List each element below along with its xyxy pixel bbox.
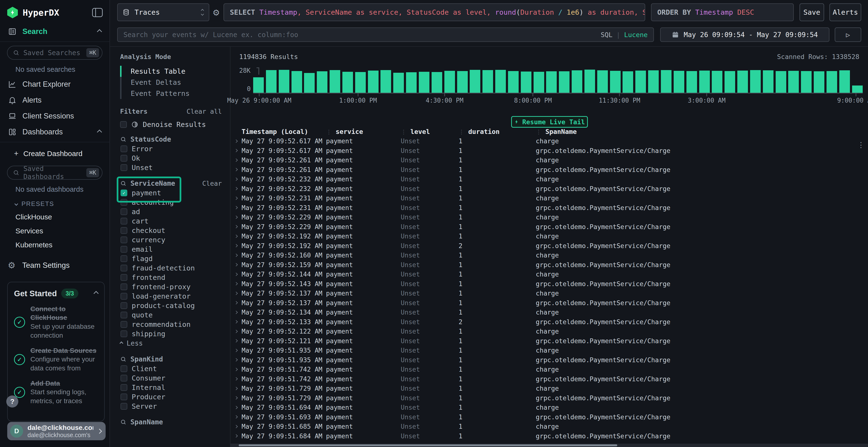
checkbox[interactable]: [121, 293, 127, 300]
filter-option-consumer[interactable]: Consumer: [120, 373, 226, 383]
row-expander[interactable]: [230, 425, 242, 428]
team-settings-button[interactable]: ⚙ Team Settings: [0, 252, 110, 273]
presets-toggle[interactable]: PRESETS: [0, 196, 110, 210]
row-expander[interactable]: [230, 264, 242, 266]
language-toggle-lucene[interactable]: Lucene: [624, 31, 648, 38]
table-row[interactable]: May 27 9:09:52.143 AMpaymentUnset1grpc.o…: [230, 279, 868, 289]
row-expander[interactable]: [230, 340, 242, 342]
table-row[interactable]: May 27 9:09:52.617 AMpaymentUnset1grpc.o…: [230, 146, 868, 156]
denoise-results-option[interactable]: Denoise Results: [120, 121, 226, 128]
checkbox[interactable]: ✓: [121, 190, 127, 196]
checkbox[interactable]: [121, 365, 127, 372]
row-expander[interactable]: [230, 235, 242, 238]
row-expander[interactable]: [230, 159, 242, 161]
filter-option-recommendation[interactable]: recommendation: [120, 319, 226, 329]
column-drag-handle-icon[interactable]: ⋮: [536, 129, 541, 135]
table-row[interactable]: May 27 9:09:52.261 AMpaymentUnset1charge: [230, 156, 868, 165]
filter-option-product-catalog[interactable]: product-catalog: [120, 301, 226, 310]
get-started-header[interactable]: Get Started 3/3: [14, 288, 98, 299]
table-row[interactable]: May 27 9:09:52.231 AMpaymentUnset1charge: [230, 194, 868, 203]
table-row[interactable]: May 27 9:09:51.935 AMpaymentUnset1charge: [230, 346, 868, 355]
source-selector[interactable]: Traces: [117, 3, 209, 21]
row-expander[interactable]: [230, 435, 242, 437]
row-expander[interactable]: [230, 178, 242, 180]
table-row[interactable]: May 27 9:09:51.685 AMpaymentUnset1charge: [230, 422, 868, 431]
table-row[interactable]: May 27 9:09:52.229 AMpaymentUnset1grpc.o…: [230, 222, 868, 232]
filter-option-unset[interactable]: Unset: [120, 163, 226, 172]
get-started-step[interactable]: ✓Add DataStart sending logs, metrics, or…: [14, 379, 98, 406]
column-header-timestamp-local-[interactable]: Timestamp (Local): [242, 128, 326, 135]
lucene-search-input[interactable]: Search your events w/ Lucene ex. column:…: [117, 28, 654, 42]
checkbox[interactable]: [121, 302, 127, 309]
checkbox[interactable]: [121, 208, 127, 215]
saved-dashboards-input[interactable]: Saved Dashboards ⌘K: [7, 166, 102, 180]
table-row[interactable]: May 27 9:09:51.729 AMpaymentUnset1grpc.o…: [230, 393, 868, 403]
checkbox[interactable]: [121, 403, 127, 410]
table-row[interactable]: May 27 9:09:52.159 AMpaymentUnset1grpc.o…: [230, 260, 868, 270]
checkbox[interactable]: [121, 164, 127, 171]
save-button[interactable]: Save: [800, 3, 824, 21]
table-row[interactable]: May 27 9:09:51.742 AMpaymentUnset1charge: [230, 365, 868, 374]
sidebar-item-dashboards[interactable]: Dashboards: [0, 124, 110, 140]
get-started-step[interactable]: ✓Create Data SourcesConfigure where your…: [14, 346, 98, 373]
checkbox[interactable]: [121, 331, 127, 337]
row-expander[interactable]: [230, 349, 242, 352]
analysis-mode-results-table[interactable]: Results Table: [120, 66, 226, 77]
language-toggle-sql[interactable]: SQL: [600, 31, 613, 38]
checkbox[interactable]: [121, 393, 127, 400]
row-expander[interactable]: [230, 387, 242, 390]
column-header-spanname[interactable]: ⋮SpanName: [536, 128, 868, 135]
table-row[interactable]: May 27 9:09:52.134 AMpaymentUnset1charge: [230, 308, 868, 317]
filter-option-error[interactable]: Error: [120, 144, 226, 153]
table-row[interactable]: May 27 9:09:52.229 AMpaymentUnset1charge: [230, 212, 868, 222]
table-row[interactable]: May 27 9:09:52.231 AMpaymentUnset1grpc.o…: [230, 203, 868, 213]
filter-option-load-generator[interactable]: load-generator: [120, 291, 226, 301]
horizontal-scrollbar[interactable]: [230, 444, 868, 447]
table-row[interactable]: May 27 9:09:51.729 AMpaymentUnset1charge: [230, 384, 868, 393]
row-expander[interactable]: [230, 320, 242, 323]
sidebar-item-client-sessions[interactable]: Client Sessions: [0, 108, 110, 124]
checkbox[interactable]: [121, 237, 127, 243]
table-row[interactable]: May 27 9:09:51.935 AMpaymentUnset1grpc.o…: [230, 355, 868, 365]
table-row[interactable]: May 27 9:09:51.694 AMpaymentUnset1charge: [230, 403, 868, 412]
preset-kubernetes[interactable]: Kubernetes: [0, 238, 110, 252]
filter-option-quote[interactable]: quote: [120, 310, 226, 319]
row-expander[interactable]: [230, 368, 242, 371]
row-expander[interactable]: [230, 206, 242, 209]
filter-option-email[interactable]: email: [120, 244, 226, 254]
source-settings-gear-icon[interactable]: ⚙: [213, 7, 219, 18]
row-expander[interactable]: [230, 358, 242, 361]
table-row[interactable]: May 27 9:09:52.122 AMpaymentUnset1charge: [230, 326, 868, 336]
order-by-input[interactable]: ORDER BY Timestamp DESC: [651, 3, 794, 21]
column-drag-handle-icon[interactable]: ⋮: [459, 129, 464, 135]
checkbox[interactable]: [121, 274, 127, 281]
filter-option-cart[interactable]: cart: [120, 216, 226, 226]
user-menu[interactable]: D dale@clickhouse.com dale@clickhouse.co…: [7, 422, 105, 440]
preset-services[interactable]: Services: [0, 224, 110, 238]
sidebar-item-search[interactable]: Search: [0, 24, 110, 39]
checkbox[interactable]: [121, 227, 127, 234]
row-expander[interactable]: [230, 168, 242, 171]
table-row[interactable]: May 27 9:09:52.144 AMpaymentUnset1charge: [230, 270, 868, 279]
row-expander[interactable]: [230, 406, 242, 409]
table-row[interactable]: May 27 9:09:52.137 AMpaymentUnset1grpc.o…: [230, 298, 868, 308]
row-expander[interactable]: [230, 311, 242, 314]
sidebar-item-alerts[interactable]: Alerts: [0, 92, 110, 108]
row-expander[interactable]: [230, 416, 242, 418]
filter-option-internal[interactable]: Internal: [120, 383, 226, 392]
preset-clickhouse[interactable]: ClickHouse: [0, 210, 110, 224]
filter-option-accounting[interactable]: accounting: [120, 198, 226, 207]
results-histogram[interactable]: 28K 0 May 26 9:00:00 AM1:00:00 PM4:30:00…: [253, 69, 863, 103]
less-toggle[interactable]: Less: [120, 338, 226, 348]
analysis-mode-event-deltas[interactable]: Event Deltas: [120, 77, 226, 88]
filter-group-clear-button[interactable]: Clear: [202, 180, 222, 187]
analysis-mode-event-patterns[interactable]: Event Patterns: [120, 88, 226, 99]
column-header-service[interactable]: ⋮service: [326, 128, 401, 135]
clear-all-button[interactable]: Clear all: [187, 108, 222, 115]
filter-option-producer[interactable]: Producer: [120, 392, 226, 402]
table-options-kebab-icon[interactable]: ⋮: [858, 141, 865, 149]
filter-option-server[interactable]: Server: [120, 402, 226, 411]
row-expander[interactable]: [230, 216, 242, 218]
row-expander[interactable]: [230, 302, 242, 304]
run-query-button[interactable]: ▷: [835, 28, 861, 42]
